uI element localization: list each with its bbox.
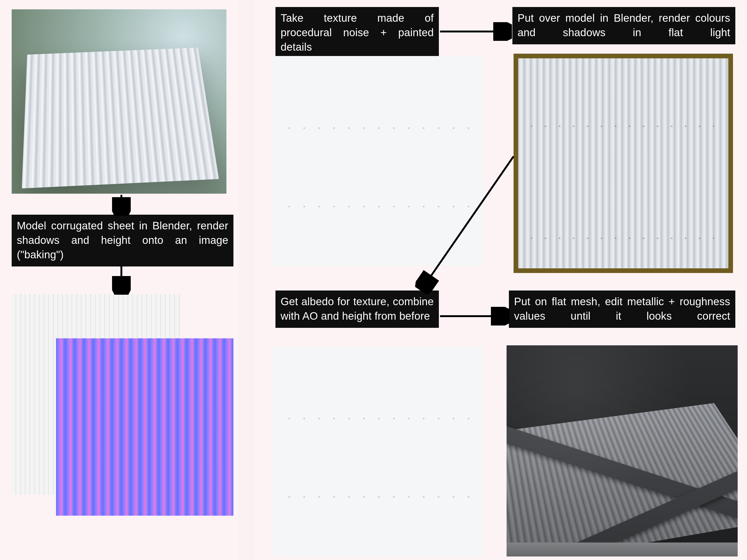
final-floor [507,542,738,557]
final-beam [507,425,738,534]
caption-model-bake: Model corrugated sheet in Blender, rende… [12,215,233,266]
caption-flat-render: Put over model in Blender, render colour… [512,7,735,44]
caption-noise-texture: Take texture made of procedural noise + … [276,7,439,59]
albedo-texture [273,347,483,557]
procedural-noise-texture [273,56,483,266]
final-in-engine-render [507,345,738,557]
caption-albedo-combine: Get albedo for texture, combine with AO … [276,291,439,328]
final-beam [507,452,738,557]
flat-lit-render [514,54,733,273]
baked-normal-map [56,338,233,516]
corrugated-sheet [22,48,219,189]
render-corrugated-beauty [12,9,227,194]
caption-final-render: Put on flat mesh, edit metallic + roughn… [509,291,735,328]
final-roof [507,403,738,557]
